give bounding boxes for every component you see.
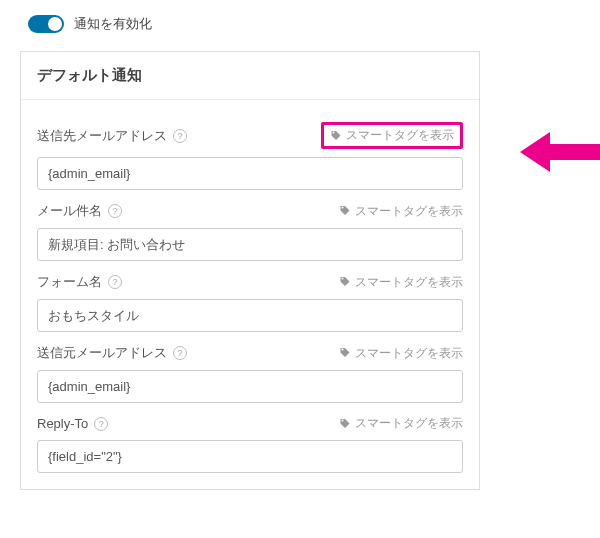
help-icon[interactable]: ? xyxy=(94,417,108,431)
field-label-reply-to: Reply-To xyxy=(37,416,88,431)
smart-tag-link-subject[interactable]: スマートタグを表示 xyxy=(339,203,463,220)
tag-icon xyxy=(339,418,351,430)
field-subject: メール件名 ? スマートタグを表示 xyxy=(37,202,463,261)
smart-tag-link-from[interactable]: スマートタグを表示 xyxy=(339,345,463,362)
field-label-form-name: フォーム名 xyxy=(37,273,102,291)
toggle-knob xyxy=(48,17,62,31)
enable-notifications-toggle[interactable] xyxy=(28,15,64,33)
smart-tag-text: スマートタグを表示 xyxy=(355,203,463,220)
subject-input[interactable] xyxy=(37,228,463,261)
smart-tag-link-to[interactable]: スマートタグを表示 xyxy=(321,122,463,149)
help-icon[interactable]: ? xyxy=(108,275,122,289)
smart-tag-text: スマートタグを表示 xyxy=(346,127,454,144)
form-name-input[interactable] xyxy=(37,299,463,332)
default-notification-panel: デフォルト通知 送信先メールアドレス ? スマートタグを表示 xyxy=(20,51,480,490)
smart-tag-link-form-name[interactable]: スマートタグを表示 xyxy=(339,274,463,291)
enable-notifications-row: 通知を有効化 xyxy=(28,15,580,33)
tag-icon xyxy=(339,276,351,288)
annotation-arrow xyxy=(520,127,600,177)
smart-tag-text: スマートタグを表示 xyxy=(355,415,463,432)
field-label-subject: メール件名 xyxy=(37,202,102,220)
smart-tag-text: スマートタグを表示 xyxy=(355,274,463,291)
panel-title: デフォルト通知 xyxy=(21,52,479,100)
reply-to-input[interactable] xyxy=(37,440,463,473)
smart-tag-link-reply-to[interactable]: スマートタグを表示 xyxy=(339,415,463,432)
to-email-input[interactable] xyxy=(37,157,463,190)
field-form-name: フォーム名 ? スマートタグを表示 xyxy=(37,273,463,332)
tag-icon xyxy=(330,130,342,142)
field-label-to: 送信先メールアドレス xyxy=(37,127,167,145)
field-from-email: 送信元メールアドレス ? スマートタグを表示 xyxy=(37,344,463,403)
field-label-from: 送信元メールアドレス xyxy=(37,344,167,362)
tag-icon xyxy=(339,347,351,359)
from-email-input[interactable] xyxy=(37,370,463,403)
tag-icon xyxy=(339,205,351,217)
smart-tag-text: スマートタグを表示 xyxy=(355,345,463,362)
help-icon[interactable]: ? xyxy=(173,346,187,360)
help-icon[interactable]: ? xyxy=(108,204,122,218)
help-icon[interactable]: ? xyxy=(173,129,187,143)
enable-notifications-label: 通知を有効化 xyxy=(74,15,152,33)
field-reply-to: Reply-To ? スマートタグを表示 xyxy=(37,415,463,473)
field-to-email: 送信先メールアドレス ? スマートタグを表示 xyxy=(37,122,463,190)
